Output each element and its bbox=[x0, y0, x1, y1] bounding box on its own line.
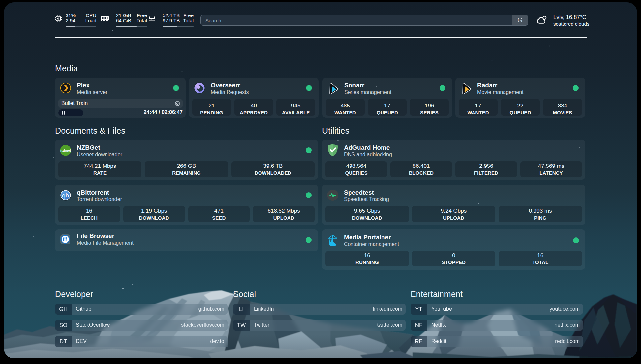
svg-text:qb: qb bbox=[62, 192, 69, 199]
svg-text:nzbget: nzbget bbox=[60, 149, 71, 152]
